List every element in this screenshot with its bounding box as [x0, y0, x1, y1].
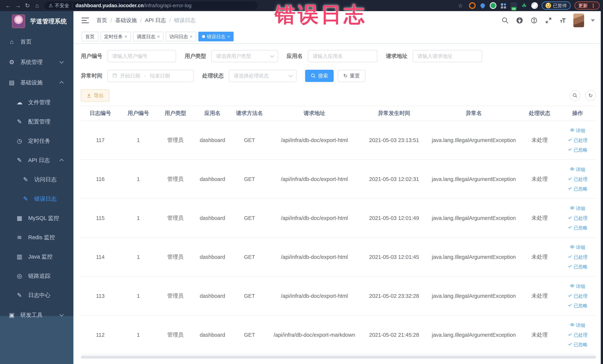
- address-bar[interactable]: ⚠ 不安全 dashboard.yudao.iocoder.cn/infra/l…: [45, 1, 258, 10]
- mark-processed-link[interactable]: 已处理: [561, 213, 594, 223]
- breadcrumb-item-0[interactable]: 首页: [96, 17, 107, 24]
- sidebar-item-4[interactable]: ✎配置管理: [0, 112, 73, 131]
- sidebar-item-label: API 日志: [28, 156, 50, 164]
- mark-ignored-link[interactable]: 已忽略: [561, 223, 594, 233]
- extension-on-badge-icon[interactable]: [510, 2, 517, 9]
- header-actions: [501, 13, 595, 27]
- app-name-input[interactable]: 请输入应用名: [308, 50, 377, 62]
- user-avatar[interactable]: [573, 13, 584, 27]
- mark-ignored-link[interactable]: 已忽略: [561, 184, 594, 194]
- tab-3[interactable]: 访问日志×: [166, 32, 196, 41]
- detail-link[interactable]: 详细: [561, 165, 594, 174]
- reload-icon[interactable]: ↻: [23, 1, 32, 10]
- close-icon[interactable]: ×: [157, 34, 160, 39]
- detail-link[interactable]: 详细: [561, 126, 594, 135]
- sidebar-item-0[interactable]: ⌂首页: [0, 32, 73, 52]
- cell-exception: java.lang.IllegalArgumentException: [428, 121, 520, 160]
- extension-leaf-icon[interactable]: ☘: [521, 2, 528, 9]
- tab-1[interactable]: 定时任务×: [101, 32, 131, 41]
- browser-menu-dots-icon[interactable]: ⋮: [591, 3, 596, 9]
- close-icon[interactable]: ×: [190, 34, 192, 39]
- font-size-icon[interactable]: [559, 16, 567, 24]
- toggle-search-button[interactable]: [570, 90, 580, 101]
- sidebar-item-5[interactable]: ◷定时任务: [0, 131, 73, 151]
- chevron-down-icon[interactable]: [591, 19, 595, 22]
- close-icon[interactable]: ×: [125, 34, 127, 39]
- mark-processed-link[interactable]: 已处理: [561, 252, 594, 262]
- cell-user_id: 1: [120, 199, 157, 237]
- back-icon[interactable]: ←: [3, 1, 13, 10]
- process-status-select[interactable]: 请选择处理状态: [229, 70, 297, 82]
- detail-link[interactable]: 详细: [561, 243, 594, 252]
- extension-location-icon[interactable]: [479, 2, 486, 9]
- tab-0[interactable]: 首页: [81, 32, 98, 41]
- forward-icon[interactable]: →: [13, 1, 23, 10]
- horizontal-scrollbar[interactable]: [81, 356, 596, 359]
- detail-link[interactable]: 详细: [561, 320, 594, 330]
- export-button[interactable]: 导出: [81, 89, 109, 102]
- sidebar-item-7[interactable]: ✎访问日志: [0, 170, 73, 189]
- table-row: 1131管理员dashboardGET/api/infra/db-doc/exp…: [81, 276, 596, 316]
- update-button[interactable]: 更新 ⋮: [574, 1, 600, 10]
- fullscreen-icon[interactable]: [545, 16, 553, 24]
- mark-processed-link[interactable]: 已处理: [561, 330, 594, 340]
- date-range-picker[interactable]: 开始日期 - 结束日期: [107, 70, 194, 82]
- breadcrumb-item-2[interactable]: API 日志: [145, 17, 166, 24]
- home-icon[interactable]: ⌂: [32, 1, 42, 10]
- trace-eye-icon: ◎: [15, 272, 24, 280]
- request-url-input[interactable]: 请输入请求地址: [413, 50, 482, 62]
- page-content: 用户编号 请输入用户编号 用户类型 请选择用户类型 应用名 请输入应用名 请求地…: [73, 44, 603, 364]
- sidebar-item-10[interactable]: ≋Redis 监控: [0, 228, 73, 247]
- cell-actions: 详细已处理已忽略: [559, 276, 596, 316]
- sidebar-item-label: 错误日志: [34, 195, 57, 203]
- sidebar-item-1[interactable]: ⚙系统管理: [0, 52, 73, 72]
- reset-button-label: 重置: [350, 72, 360, 79]
- cell-url: /api/infra/db-doc/export-html: [268, 121, 361, 160]
- tab-2[interactable]: 调度日志×: [133, 32, 163, 41]
- extension-orange-icon[interactable]: [469, 2, 476, 9]
- mark-processed-link[interactable]: 已处理: [561, 174, 594, 184]
- detail-link[interactable]: 详细: [561, 204, 594, 213]
- sidebar-item-12[interactable]: ◎链路追踪: [0, 266, 73, 286]
- mark-ignored-link[interactable]: 已忽略: [561, 301, 594, 310]
- sidebar-item-9[interactable]: ▦MySQL 监控: [0, 208, 73, 228]
- sidebar-item-13[interactable]: ✎日志中心: [0, 286, 73, 305]
- mark-ignored-link[interactable]: 已忽略: [561, 340, 594, 349]
- paused-pill[interactable]: 已暂停: [542, 1, 571, 10]
- reset-button[interactable]: ↻ 重置: [338, 70, 365, 82]
- sidebar-item-14[interactable]: ▣研发工具: [0, 305, 73, 325]
- breadcrumb-item-1[interactable]: 基础设施: [115, 17, 137, 24]
- search-icon[interactable]: [501, 16, 509, 24]
- search-button[interactable]: 搜索: [305, 70, 334, 82]
- sidebar-item-11[interactable]: ▥Java 监控: [0, 247, 73, 266]
- cell-log_id: 113: [81, 276, 120, 316]
- user-id-input[interactable]: 请输入用户编号: [107, 50, 176, 62]
- sidebar-item-label: Redis 监控: [28, 234, 55, 241]
- help-icon[interactable]: [530, 16, 538, 24]
- mark-ignored-link[interactable]: 已忽略: [561, 262, 594, 271]
- url-text[interactable]: dashboard.yudao.iocoder.cn/infra/log/api…: [75, 3, 191, 9]
- sidebar-item-2[interactable]: ▤基础设施: [0, 72, 73, 93]
- detail-link[interactable]: 详细: [561, 282, 594, 291]
- hamburger-icon[interactable]: [81, 17, 89, 23]
- security-label[interactable]: 不安全: [55, 2, 69, 9]
- sidebar-item-3[interactable]: ☁文件管理: [0, 93, 73, 112]
- user-type-select[interactable]: 请选择用户类型: [211, 50, 278, 62]
- extensions-pinwheel-icon[interactable]: [531, 2, 538, 9]
- user-type-label: 用户类型: [185, 52, 206, 60]
- refresh-table-button[interactable]: ↻: [585, 90, 596, 101]
- close-icon[interactable]: ×: [227, 34, 230, 39]
- sidebar-item-8[interactable]: ✎错误日志: [0, 189, 73, 208]
- mark-processed-link[interactable]: 已处理: [561, 135, 594, 145]
- extension-grid-icon[interactable]: [500, 2, 507, 9]
- page-root: ← → ↻ ⌂ ⚠ 不安全 dashboard.yudao.iocoder.cn…: [0, 0, 603, 364]
- tab-4[interactable]: 错误日志×: [198, 32, 233, 41]
- github-icon[interactable]: [515, 16, 524, 24]
- sidebar-logo-row[interactable]: 芋道管理系统: [0, 11, 73, 32]
- bookmark-star-icon[interactable]: ☆: [456, 1, 465, 10]
- extension-green-icon[interactable]: [490, 2, 496, 9]
- sidebar-item-6[interactable]: ✎API 日志: [0, 151, 73, 170]
- mark-ignored-link[interactable]: 已忽略: [561, 145, 594, 155]
- cell-method: GET: [231, 237, 268, 276]
- mark-processed-link[interactable]: 已处理: [561, 291, 594, 301]
